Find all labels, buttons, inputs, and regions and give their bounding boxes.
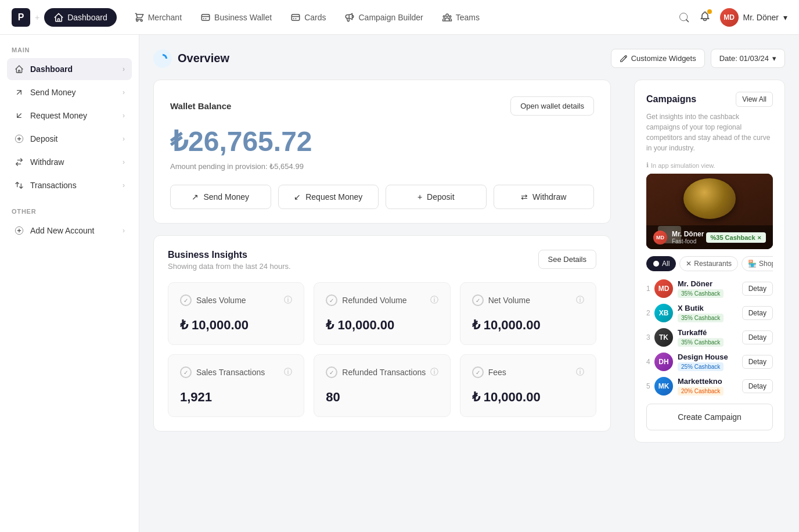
nav-business-wallet[interactable]: Business Wallet [192,8,280,27]
sidebar-deposit-label: Deposit [30,134,57,143]
list-item: 5 MK Markettekno 20% Cashback Detay [646,377,773,396]
restaurant-icon: ✕ [686,260,692,268]
cards-row: Wallet Balance Open wallet details ₺26,7… [153,80,785,443]
notification-bell[interactable] [699,10,711,24]
open-wallet-button[interactable]: Open wallet details [510,96,594,116]
campaign-merchant-icon: MD [654,279,673,298]
info-circle-icon: ℹ [646,161,649,169]
rank: 1 [646,285,654,293]
dashboard-nav-button[interactable]: Dashboard [44,8,117,27]
search-icon[interactable] [678,12,690,23]
arrow-down-left-icon: ↙ [294,192,301,202]
date-filter-button[interactable]: Date: 01/03/24 ▾ [711,49,785,68]
detail-button[interactable]: Detay [742,306,773,320]
metric-value: ₺ 10,000.00 [326,318,438,333]
sidebar-item-send-money[interactable]: Send Money › [7,81,132,103]
check-icon: ✓ [472,366,484,378]
customize-widgets-button[interactable]: Customize Widgets [611,49,705,68]
campaigns-description: Get insights into the cashback campaigns… [646,112,773,153]
sidebar-item-add-new-account[interactable]: Add New Account › [7,220,132,242]
check-icon: ✓ [326,294,337,306]
create-campaign-button[interactable]: Create Campaign [646,404,773,430]
rank: 4 [646,358,654,366]
info-icon[interactable]: ⓘ [576,367,584,378]
filter-tab-restaurants[interactable]: ✕ Restaurants [679,256,738,271]
plus-icon: + [418,192,422,202]
deposit-button[interactable]: + Deposit [386,185,487,209]
sim-label: ℹ In app simulation view. [646,161,773,169]
info-icon[interactable]: ⓘ [430,295,438,305]
sidebar-send-money-label: Send Money [30,88,76,97]
info-icon[interactable]: ⓘ [576,295,584,305]
campaigns-card: Campaigns View All Get insights into the… [634,80,785,443]
filter-tab-shops[interactable]: 🏪 Shops [742,256,773,271]
insight-net-volume: ✓ Net Volume ⓘ ₺ 10,000.00 [460,282,596,345]
deposit-icon [14,134,24,144]
dashboard-icon [14,64,24,74]
detail-button[interactable]: Detay [742,379,773,393]
overview-icon [153,49,172,68]
sidebar-item-request-money[interactable]: Request Money › [7,105,132,127]
withdraw-button[interactable]: ⇄ Withdraw [494,185,595,209]
sidebar-item-deposit[interactable]: Deposit › [7,128,132,150]
sidebar-main-label: MAIN [7,46,132,53]
insights-card: Business Insights Showing data from the … [153,235,611,432]
send-money-button[interactable]: ↗ Send Money [170,185,271,209]
metric-value: 80 [326,390,438,405]
sidebar-item-dashboard[interactable]: Dashboard › [7,58,132,80]
topnav-items: Merchant Business Wallet Cards Campaign … [126,8,488,27]
topnav: P + Dashboard Merchant Business Wallet C… [0,0,799,35]
user-menu[interactable]: MD Mr. Döner ▾ [720,8,787,27]
list-item: 1 MD Mr. Döner 35% Cashback Detay [646,279,773,298]
campaign-name: X Butik [678,304,742,312]
info-icon[interactable]: ⓘ [284,295,292,305]
food-image [683,178,736,219]
banner-merchant-name: Mr. Döner [672,230,704,238]
info-icon[interactable]: ⓘ [430,367,438,378]
sidebar-item-withdraw[interactable]: Withdraw › [7,151,132,173]
user-chevron-icon: ▾ [783,13,787,22]
campaign-merchant-icon: DH [654,353,673,371]
view-all-button[interactable]: View All [736,92,773,107]
detail-button[interactable]: Detay [742,355,773,369]
info-icon[interactable]: ⓘ [284,367,292,378]
request-money-button[interactable]: ↙ Request Money [278,185,379,209]
metric-label: Refunded Transactions [342,368,426,377]
right-panel: Campaigns View All Get insights into the… [634,80,785,443]
svg-point-5 [653,261,659,267]
see-details-button[interactable]: See Details [538,250,596,269]
check-icon: ✓ [472,294,484,306]
sidebar-dashboard-label: Dashboard [30,64,73,74]
list-item: 2 XB X Butik 35% Cashback Detay [646,304,773,322]
detail-button[interactable]: Detay [742,330,773,344]
insight-refunded-transactions: ✓ Refunded Transactions ⓘ 80 [314,354,450,417]
insights-grid: ✓ Sales Volume ⓘ ₺ 10,000.00 ✓ [168,282,596,417]
nav-cards[interactable]: Cards [282,8,334,27]
metric-label: Refunded Volume [342,296,406,305]
close-icon[interactable]: × [758,234,761,241]
nav-merchant[interactable]: Merchant [126,8,190,27]
check-icon: ✓ [180,366,192,378]
filter-tab-all[interactable]: All [646,256,676,271]
campaign-merchant-icon: MK [654,377,673,396]
nav-teams[interactable]: Teams [434,8,488,27]
insights-title: Business Insights [168,250,291,260]
metric-value: ₺ 10,000.00 [472,318,584,333]
sidebar-item-transactions[interactable]: Transactions › [7,174,132,196]
cashback-tag: 35% Cashback [678,338,724,347]
wallet-title: Wallet Balance [170,101,231,111]
wallet-balance: ₺26,765.72 [170,125,594,157]
sidebar-chevron-icon: › [123,158,125,166]
avatar: MD [720,8,739,27]
overview-title: Overview [178,52,229,65]
campaign-banner: MD Mr. Döner Fast-food %35 Cashback × [646,174,773,249]
campaign-name: Design House [678,353,742,361]
check-icon: ✓ [180,294,192,306]
notification-dot [707,9,712,14]
nav-campaign-builder[interactable]: Campaign Builder [336,8,431,27]
insight-fees: ✓ Fees ⓘ ₺ 10,000.00 [460,354,596,417]
check-icon: ✓ [326,366,337,378]
detail-button[interactable]: Detay [742,282,773,296]
user-name: Mr. Döner [743,13,779,22]
insights-subtitle: Showing data from the last 24 hours. [168,262,291,271]
